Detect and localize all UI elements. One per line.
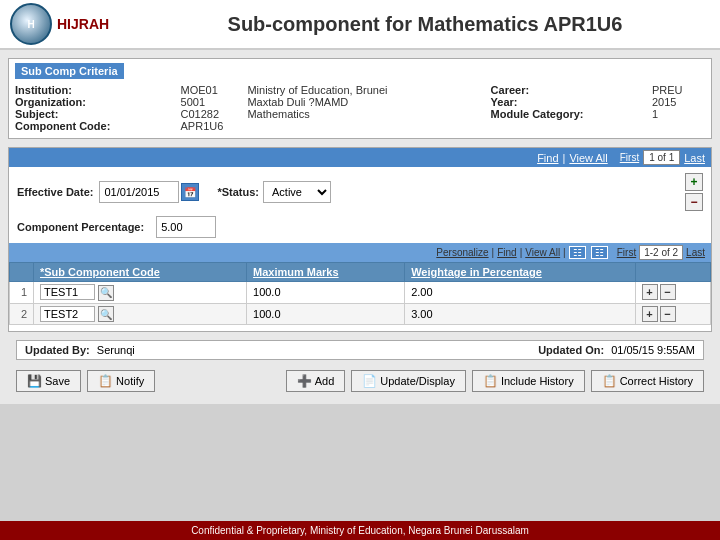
search-icon[interactable]: 🔍	[98, 306, 114, 322]
sub-last-link[interactable]: Last	[686, 247, 705, 258]
find-link[interactable]: Find	[537, 152, 558, 164]
row-remove-button[interactable]: −	[660, 306, 676, 322]
sub-code-cell: 🔍	[34, 303, 247, 325]
calendar-icon[interactable]: 📅	[181, 183, 199, 201]
section-pager: 1 of 1	[643, 150, 680, 165]
year-value: 2015	[652, 96, 705, 108]
updated-on-label: Updated On:	[538, 344, 604, 356]
row-num: 1	[10, 282, 34, 304]
section-nav-bar: Find | View All First 1 of 1 Last	[9, 148, 711, 167]
row-remove-button[interactable]: −	[660, 284, 676, 300]
status-label: *Status:	[217, 186, 259, 198]
criteria-table: Institution: MOE01 Ministry of Education…	[15, 84, 705, 132]
criteria-title: Sub Comp Criteria	[15, 63, 124, 79]
sub-find-link[interactable]: Find	[497, 247, 516, 258]
sub-component-table: *Sub Component Code Maximum Marks Weight…	[9, 262, 711, 325]
effective-date-label: Effective Date:	[17, 186, 93, 198]
table-row: 1 🔍 100.0 2.00 + −	[10, 282, 711, 304]
comp-pct-row: Component Percentage:	[17, 216, 703, 238]
section-add-button[interactable]: +	[685, 173, 703, 191]
weightage-cell: 2.00	[405, 282, 635, 304]
comp-pct-input[interactable]	[156, 216, 216, 238]
institution-label: Institution:	[15, 84, 181, 96]
max-marks-cell: 100.0	[247, 303, 405, 325]
section-body: Effective Date: 📅 *Status: Active Inacti…	[9, 167, 711, 331]
criteria-box: Sub Comp Criteria Institution: MOE01 Min…	[8, 58, 712, 139]
personalize-link[interactable]: Personalize	[436, 247, 488, 258]
sub-code-input[interactable]	[40, 284, 95, 300]
sub-code-input[interactable]	[40, 306, 95, 322]
comp-pct-label: Component Percentage:	[17, 221, 144, 233]
include-history-button[interactable]: 📋 Include History	[472, 370, 585, 392]
col-actions	[635, 263, 710, 282]
updated-on-value: 01/05/15 9:55AM	[611, 344, 695, 356]
module-cat-label: Module Category:	[491, 108, 652, 120]
main-section-box: Find | View All First 1 of 1 Last Effect…	[8, 147, 712, 332]
history-icon: 📋	[483, 374, 498, 388]
status-select[interactable]: Active Inactive	[263, 181, 331, 203]
comp-code-value: APR1U6	[181, 120, 705, 132]
notify-icon: 📋	[98, 374, 113, 388]
institution-code: MOE01	[181, 84, 248, 96]
add-icon: ➕	[297, 374, 312, 388]
updated-by-label: Updated By:	[25, 344, 90, 356]
footer-text: Confidential & Proprietary, Ministry of …	[191, 525, 529, 536]
col-weightage: Weightage in Percentage	[405, 263, 635, 282]
career-value: PREU	[652, 84, 705, 96]
update-display-button[interactable]: 📄 Update/Display	[351, 370, 466, 392]
search-icon[interactable]: 🔍	[98, 285, 114, 301]
comp-code-label: Component Code:	[15, 120, 181, 132]
save-icon: 💾	[27, 374, 42, 388]
footer-bar: Confidential & Proprietary, Ministry of …	[0, 521, 720, 540]
page-title: Sub-component for Mathematics APR1U6	[140, 13, 710, 36]
logo-area: H HIJRAH	[10, 3, 140, 45]
update-icon: 📄	[362, 374, 377, 388]
section-add-remove: + −	[685, 173, 703, 211]
max-marks-cell: 100.0	[247, 282, 405, 304]
updated-bar: Updated By: Serunqi Updated On: 01/05/15…	[16, 340, 704, 360]
subject-code: C01282	[181, 108, 248, 120]
first-link[interactable]: First	[620, 152, 639, 163]
header: H HIJRAH Sub-component for Mathematics A…	[0, 0, 720, 50]
row-actions-cell: + −	[635, 282, 710, 304]
sub-first-link[interactable]: First	[617, 247, 636, 258]
row-add-button[interactable]: +	[642, 284, 658, 300]
row-actions-cell: + −	[635, 303, 710, 325]
col-max-marks: Maximum Marks	[247, 263, 405, 282]
row-num: 2	[10, 303, 34, 325]
sub-nav-bar: Personalize | Find | View All | ☷ ☷ Firs…	[9, 243, 711, 262]
org-code: 5001	[181, 96, 248, 108]
action-bar: 💾 Save 📋 Notify ➕ Add 📄 Update/Display 📋…	[8, 366, 712, 396]
table-row: 2 🔍 100.0 3.00 + −	[10, 303, 711, 325]
updated-by-value: Serunqi	[97, 344, 135, 356]
weightage-cell: 3.00	[405, 303, 635, 325]
maxtab-name: Maxtab Duli ?MAMD	[247, 96, 490, 108]
effective-date-input[interactable]	[99, 181, 179, 203]
module-cat-value: 1	[652, 108, 705, 120]
effective-date-row: Effective Date: 📅 *Status: Active Inacti…	[17, 173, 703, 211]
subject-name: Mathematics	[247, 108, 490, 120]
notify-button[interactable]: 📋 Notify	[87, 370, 155, 392]
correct-icon: 📋	[602, 374, 617, 388]
col-num	[10, 263, 34, 282]
view-icon[interactable]: ☷	[569, 246, 586, 259]
row-add-button[interactable]: +	[642, 306, 658, 322]
col-sub-code: *Sub Component Code	[34, 263, 247, 282]
view-all-link[interactable]: View All	[569, 152, 607, 164]
correct-history-button[interactable]: 📋 Correct History	[591, 370, 704, 392]
sub-code-cell: 🔍	[34, 282, 247, 304]
main-content: Sub Comp Criteria Institution: MOE01 Min…	[0, 50, 720, 404]
sub-pager: 1-2 of 2	[639, 245, 683, 260]
org-label: Organization:	[15, 96, 181, 108]
institution-name: Ministry of Education, Brunei	[247, 84, 490, 96]
subject-label: Subject:	[15, 108, 181, 120]
last-link[interactable]: Last	[684, 152, 705, 164]
logo-text: HIJRAH	[57, 16, 109, 32]
save-button[interactable]: 💾 Save	[16, 370, 81, 392]
career-label: Career:	[491, 84, 652, 96]
section-remove-button[interactable]: −	[685, 193, 703, 211]
sub-view-all-link[interactable]: View All	[525, 247, 560, 258]
add-button[interactable]: ➕ Add	[286, 370, 346, 392]
grid-icon[interactable]: ☷	[591, 246, 608, 259]
year-label: Year:	[491, 96, 652, 108]
